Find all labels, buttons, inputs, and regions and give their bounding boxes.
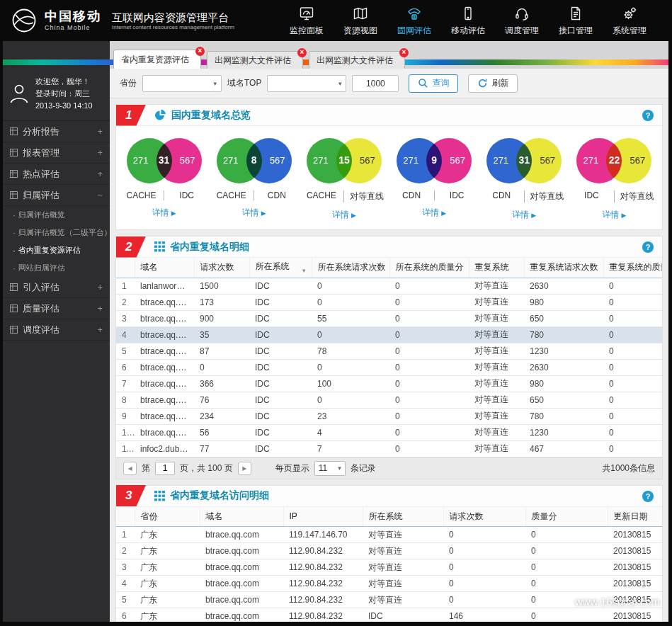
table-cell: 1230 [524, 343, 603, 359]
table-row[interactable]: 4btrace.qq.com35IDC00对等直连7800 [116, 326, 662, 343]
table-row[interactable]: 2广东btrace.qq.com112.90.84.232对等直连0020130… [116, 543, 662, 559]
table-row[interactable]: 11infoc2.duba.net77IDC70对等直连4670 [116, 440, 662, 457]
table-cell: 10 [116, 424, 135, 440]
nav-item-monitoring-panel[interactable]: 监控面板 [290, 5, 324, 37]
table-row[interactable]: 4广东btrace.qq.com112.90.84.232对等直连0020130… [116, 576, 662, 592]
venn-idc-peer: 271 22 567 IDC 对等直线 详情▶ [569, 137, 659, 221]
expand-plus-icon[interactable]: + [97, 303, 103, 314]
sidebar-item-hotspot-eval[interactable]: 热点评估 + [3, 164, 110, 185]
table-cell: 广东 [135, 559, 200, 576]
nav-item-mobile-eval[interactable]: 移动评估 [451, 5, 485, 37]
user-avatar-icon [8, 82, 30, 106]
table-row[interactable]: 1lanlanwork.com1500IDC00对等直连26300 [116, 278, 662, 294]
venn-overlap-value: 9 [421, 154, 447, 166]
domain-top-select[interactable]: ▾ [267, 75, 346, 92]
close-icon[interactable]: × [297, 48, 307, 57]
sidebar-item-ownership-eval[interactable]: 归属评估 − [3, 185, 110, 206]
expand-plus-icon[interactable]: + [97, 126, 103, 137]
detail-link[interactable]: 详情▶ [479, 209, 569, 221]
expand-plus-icon[interactable]: + [97, 324, 103, 335]
prev-page-button[interactable]: ◀ [123, 462, 137, 475]
sidebar-item-introduction-eval[interactable]: 引入评估 + [3, 277, 110, 298]
detail-link[interactable]: 详情▶ [389, 207, 479, 219]
sidebar-item-report-mgmt[interactable]: 报表管理 + [3, 142, 110, 164]
per-page-select[interactable]: 11 ▾ [314, 461, 346, 476]
detail-link[interactable]: 详情▶ [569, 209, 659, 221]
table-row[interactable]: 2btrace.qq.com173IDC00对等直连9800 [116, 294, 662, 310]
help-icon[interactable]: ? [642, 241, 654, 253]
table-row[interactable]: 6广东btrace.qq.com112.90.84.232IDC14602013… [116, 608, 662, 622]
table-cell: 5 [116, 343, 135, 359]
collapse-minus-icon[interactable]: − [97, 190, 103, 200]
col-system-quality: 所在系统的质量分 [389, 258, 469, 278]
nav-item-resource-view[interactable]: 资源视图 [343, 5, 377, 37]
table-cell: 112.90.84.232 [283, 543, 363, 559]
table-cell: 对等直连 [469, 326, 524, 343]
user-info: 欢迎您，魏华！ 登录时间：周三 2013-9-30 14:10 [3, 69, 110, 121]
table-row[interactable]: 6btrace.qq.com0IDC00对等直连26300 [116, 359, 662, 375]
table-cell: 2 [116, 294, 135, 310]
col-system-requests: 所在系统请求次数 [312, 258, 389, 278]
tab-province-duplicate-eval[interactable]: 省内重复资源评估 × [113, 50, 201, 69]
table-cell: 5 [116, 592, 135, 608]
table-row[interactable]: 9btrace.qq.com234IDC230对等直连7800 [116, 408, 662, 424]
nav-item-system-mgmt[interactable]: 系统管理 [613, 5, 647, 37]
column-filter-icon[interactable]: ▾ [302, 267, 306, 274]
table-cell: IDC [249, 326, 312, 343]
table-cell: btrace.qq.com [200, 543, 283, 559]
arrow-right-icon: ▶ [351, 212, 356, 219]
tab-outbound-bigfile-eval-1[interactable]: 出网监测大文件评估 × [207, 51, 303, 69]
nav-item-scheduling-mgmt[interactable]: 调度管理 [505, 5, 539, 37]
document-icon [567, 5, 584, 22]
table-row[interactable]: 5btrace.qq.com87IDC780对等直连12300 [116, 343, 662, 359]
sidebar-subitem-province-duplicate-eval[interactable]: · 省内重复资源评估 [3, 241, 110, 259]
table-row[interactable]: 7btrace.qq.com366IDC1000对等直连9800 [116, 375, 662, 392]
next-page-button[interactable]: ▶ [238, 462, 251, 475]
table-row[interactable]: 3广东btrace.qq.com112.90.84.232对等直连0020130… [116, 559, 662, 576]
table-row[interactable]: 8btrace.qq.com76IDC00对等直连6500 [116, 392, 662, 408]
table-cell: IDC [249, 278, 312, 294]
table-cell: 对等直连 [469, 408, 524, 424]
help-icon[interactable]: ? [642, 491, 654, 502]
close-icon[interactable]: × [195, 47, 205, 56]
tab-outbound-bigfile-eval-2[interactable]: 出网监测大文件评估 × [309, 51, 405, 69]
table-row[interactable]: 3btrace.qq.com900IDC550对等直连6500 [116, 310, 662, 326]
table-cell: 0 [603, 359, 662, 375]
sidebar-item-quality-eval[interactable]: 质量评估 + [3, 298, 110, 319]
table-cell: 55 [312, 310, 389, 326]
table-row[interactable]: 10btrace.qq.com56IDC40对等直连12300 [116, 424, 662, 440]
platform-title: 互联网内容资源管理平台 Internet content resources m… [112, 11, 234, 30]
query-button[interactable]: 查询 [409, 74, 458, 93]
page-number-input[interactable] [155, 462, 175, 475]
search-icon [418, 78, 428, 89]
help-icon[interactable]: ? [642, 110, 654, 121]
sidebar-subitem-ownership-overview-l2[interactable]: · 归属评估概览（二级平台） [3, 224, 110, 241]
page-prefix: 第 [142, 462, 150, 474]
close-icon[interactable]: × [399, 48, 409, 57]
table-row[interactable]: 5广东btrace.qq.com112.90.84.232对等直连0020130… [116, 592, 662, 608]
detail-link[interactable]: 详情▶ [299, 209, 389, 221]
sidebar-item-scheduling-eval[interactable]: 调度评估 + [3, 319, 110, 341]
table-cell: btrace.qq.com [200, 576, 283, 592]
province-select[interactable]: ▾ [142, 75, 222, 92]
sidebar-item-analysis-report[interactable]: 分析报告 + [3, 121, 110, 142]
sidebar-subitem-website-ownership-eval[interactable]: · 网站归属评估 [3, 259, 110, 277]
refresh-button[interactable]: 刷新 [468, 74, 518, 93]
sidebar-subitem-ownership-overview[interactable]: · 归属评估概览 [3, 206, 110, 224]
table-row[interactable]: 1广东btrace.qq.com119.147.146.70对等直连002013… [116, 527, 662, 543]
venn-labels: IDC 对等直线 [569, 190, 659, 203]
table-cell: btrace.qq.com [135, 392, 194, 408]
detail-link[interactable]: 详情▶ [119, 207, 209, 219]
top-count-input[interactable] [352, 75, 399, 92]
detail-link[interactable]: 详情▶ [209, 207, 299, 219]
nav-item-interface-mgmt[interactable]: 接口管理 [559, 5, 593, 37]
nav-item-fixed-network-eval[interactable]: 固网评估 [397, 5, 431, 37]
refresh-icon [477, 78, 488, 89]
expand-plus-icon[interactable]: + [97, 282, 103, 292]
col-system: 所在系统▾ [249, 258, 312, 278]
table-cell: 0 [389, 310, 469, 326]
section-number-badge: 3 [116, 485, 146, 506]
table-cell: IDC [249, 440, 312, 457]
expand-plus-icon[interactable]: + [97, 169, 103, 179]
expand-plus-icon[interactable]: + [97, 147, 103, 158]
